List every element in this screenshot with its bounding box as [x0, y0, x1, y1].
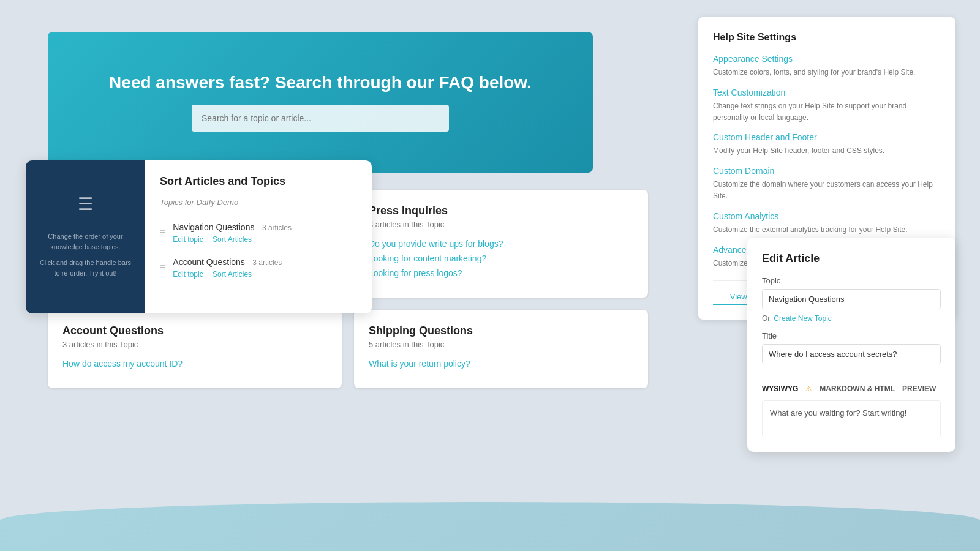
header-footer-desc: Modify your Help Site header, footer and… [713, 146, 884, 155]
topic-card-count-shipping: 5 articles in this Topic [369, 340, 633, 349]
appearance-settings-link[interactable]: Appearance Settings [713, 54, 941, 64]
sort-item-info-nav: Navigation Questions 3 articles Edit top… [173, 222, 357, 244]
preview-button[interactable]: PREVIEW [902, 384, 936, 393]
edit-article-title: Edit Article [762, 252, 941, 265]
sort-handle-nav[interactable]: ≡ [160, 227, 165, 238]
edit-divider [762, 377, 941, 377]
sort-item-navigation: ≡ Navigation Questions 3 articles Edit t… [160, 216, 357, 250]
settings-item-text: Text Customization Change text strings o… [713, 88, 941, 123]
create-new-topic-link[interactable]: Create New Topic [774, 314, 832, 323]
sort-panel-title: Sort Articles and Topics [160, 175, 357, 188]
topic-card-account: Account Questions 3 articles in this Top… [48, 310, 342, 388]
edit-article-panel: Edit Article Topic Or, Create New Topic … [747, 238, 956, 452]
sort-panel-inner: ☰ Change the order of your knowledge bas… [26, 160, 372, 313]
edit-topic-link-nav[interactable]: Edit topic [173, 235, 203, 244]
title-field-input[interactable] [762, 344, 941, 364]
sort-item-actions-account: Edit topic · Sort Articles [173, 270, 357, 279]
settings-item-header-footer: Custom Header and Footer Modify your Hel… [713, 132, 941, 156]
custom-domain-link[interactable]: Custom Domain [713, 166, 941, 176]
help-settings-title: Help Site Settings [713, 32, 941, 43]
topic-card-title-account: Account Questions [62, 324, 327, 337]
settings-item-appearance: Appearance Settings Customize colors, fo… [713, 54, 941, 78]
sort-articles-link-nav[interactable]: Sort Articles [213, 235, 252, 244]
bottom-wave-decoration [0, 502, 980, 551]
topic-row-2: Account Questions 3 articles in this Top… [48, 310, 648, 388]
markdown-button[interactable]: MARKDOWN & HTML [820, 384, 895, 393]
topic-link-writeups[interactable]: Do you provide write ups for blogs? [369, 239, 633, 249]
text-customization-desc: Change text strings on your Help Site to… [713, 102, 907, 122]
topic-link-logos[interactable]: Looking for press logos? [369, 268, 633, 278]
warn-icon: ⚠ [805, 384, 812, 393]
sort-item-actions-nav: Edit topic · Sort Articles [173, 235, 357, 244]
topic-link-content[interactable]: Looking for content marketing? [369, 253, 633, 263]
header-footer-link[interactable]: Custom Header and Footer [713, 132, 941, 142]
sort-item-name-nav: Navigation Questions 3 articles [173, 222, 357, 233]
sort-item-name-account: Account Questions 3 articles [173, 257, 357, 268]
sort-handle-account[interactable]: ≡ [160, 262, 165, 273]
topic-field-label: Topic [762, 276, 941, 285]
wysiwyg-button[interactable]: WYSIWYG [762, 384, 798, 393]
edit-content-placeholder: What are you waiting for? Start writing! [770, 408, 907, 418]
faq-hero-title: Need answers fast? Search through our FA… [109, 73, 532, 92]
topic-field-input[interactable] [762, 289, 941, 309]
faq-search-input[interactable] [202, 113, 439, 123]
sort-handle-icon: ☰ [78, 196, 93, 213]
custom-analytics-link[interactable]: Custom Analytics [713, 211, 941, 221]
sort-sidebar-text: Change the order of your knowledge base … [38, 225, 133, 278]
create-topic-text: Or, Create New Topic [762, 314, 941, 323]
title-field-label: Title [762, 331, 941, 340]
edit-toolbar: WYSIWYG ⚠ MARKDOWN & HTML PREVIEW [762, 384, 941, 393]
edit-topic-link-account[interactable]: Edit topic [173, 270, 203, 279]
sort-item-info-account: Account Questions 3 articles Edit topic … [173, 257, 357, 279]
custom-domain-desc: Customize the domain where your customer… [713, 180, 933, 200]
topic-link-account-id[interactable]: How do access my account ID? [62, 359, 327, 369]
topic-card-press: Press Inquiries 3 articles in this Topic… [354, 190, 648, 298]
sort-panel-content: Sort Articles and Topics Topics for Daff… [145, 160, 372, 313]
sort-panel-sidebar: ☰ Change the order of your knowledge bas… [26, 160, 145, 313]
settings-item-analytics: Custom Analytics Customize the external … [713, 211, 941, 235]
topic-card-shipping: Shipping Questions 5 articles in this To… [354, 310, 648, 388]
settings-item-domain: Custom Domain Customize the domain where… [713, 166, 941, 201]
topic-link-return-policy[interactable]: What is your return policy? [369, 359, 633, 369]
appearance-settings-desc: Customize colors, fonts, and styling for… [713, 68, 915, 77]
sort-articles-link-account[interactable]: Sort Articles [213, 270, 252, 279]
topic-card-count-account: 3 articles in this Topic [62, 340, 327, 349]
sort-item-account: ≡ Account Questions 3 articles Edit topi… [160, 250, 357, 285]
sort-panel-subtitle: Topics for Daffy Demo [160, 198, 357, 207]
text-customization-link[interactable]: Text Customization [713, 88, 941, 97]
sort-articles-panel: ☰ Change the order of your knowledge bas… [26, 160, 372, 313]
faq-hero-section: Need answers fast? Search through our FA… [48, 32, 593, 173]
topic-card-count-press: 3 articles in this Topic [369, 220, 633, 229]
custom-analytics-desc: Customize the external analytics trackin… [713, 225, 907, 234]
topic-card-title-shipping: Shipping Questions [369, 324, 633, 337]
topic-card-title-press: Press Inquiries [369, 204, 633, 217]
faq-search-container[interactable] [192, 105, 449, 132]
edit-content-area[interactable]: What are you waiting for? Start writing! [762, 400, 941, 437]
